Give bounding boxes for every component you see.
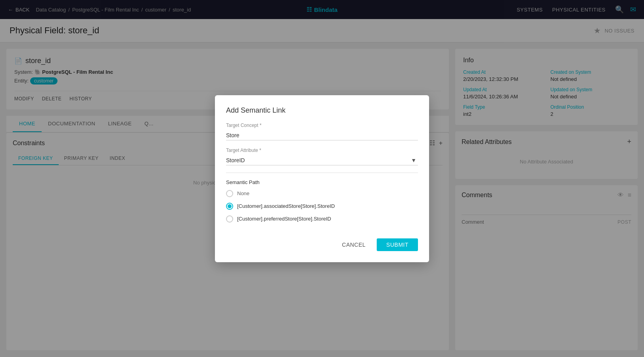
target-attribute-select[interactable]: StoreID [226,155,418,165]
target-attribute-group: Target Attribute * StoreID ▼ [226,148,418,165]
divider [226,173,418,173]
modal-footer: CANCEL SUBMIT [226,232,418,251]
add-semantic-link-modal: Add Semantic Link Target Concept * Targe… [215,95,429,262]
cancel-button[interactable]: CANCEL [335,238,372,251]
radio-dot-path1 [228,204,232,208]
submit-button[interactable]: SUBMIT [377,238,418,251]
semantic-path-section: Semantic Path None [Customer].associated… [226,179,418,223]
radio-path1[interactable]: [Customer].associatedStore[Store].StoreI… [226,203,418,210]
radio-label-path1: [Customer].associatedStore[Store].StoreI… [237,203,335,209]
target-concept-label: Target Concept * [226,123,418,128]
radio-circle-path1 [226,203,233,210]
radio-label-path2: [Customer].preferredStore[Store].StoreID [237,216,331,222]
target-attribute-select-wrapper: StoreID ▼ [226,155,418,165]
radio-path2[interactable]: [Customer].preferredStore[Store].StoreID [226,215,418,223]
radio-circle-none [226,190,233,197]
target-attribute-label: Target Attribute * [226,148,418,153]
target-concept-input[interactable] [226,131,418,140]
modal-title: Add Semantic Link [226,106,418,115]
radio-label-none: None [237,190,249,196]
radio-group: None [Customer].associatedStore[Store].S… [226,190,418,223]
modal-overlay: Add Semantic Link Target Concept * Targe… [0,0,644,357]
radio-circle-path2 [226,215,233,223]
semantic-path-title: Semantic Path [226,179,418,185]
radio-none[interactable]: None [226,190,418,197]
target-concept-group: Target Concept * [226,123,418,140]
